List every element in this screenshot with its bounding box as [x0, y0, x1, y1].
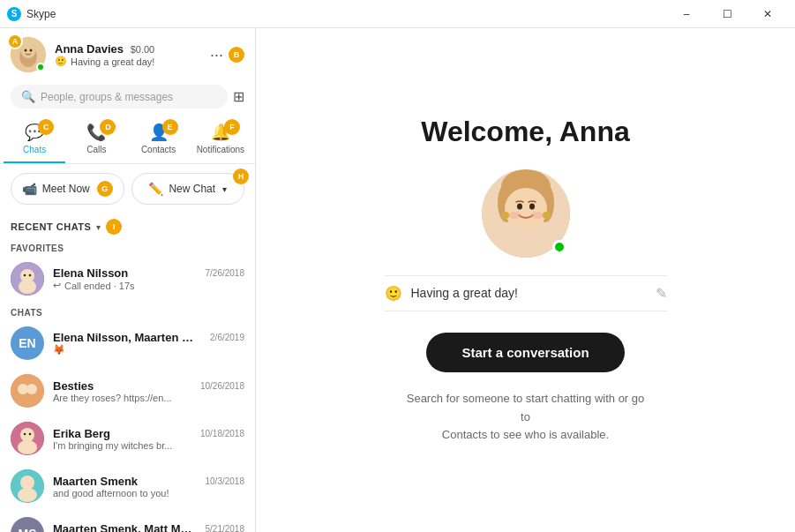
chat-date: 10/26/2018 [200, 381, 244, 391]
chat-date: 2/6/2019 [210, 333, 244, 342]
svg-point-9 [29, 274, 32, 277]
svg-point-19 [20, 476, 34, 490]
svg-point-29 [531, 212, 544, 219]
list-item[interactable]: MS Maarten Smenk, Matt Mill... 5/21/2018… [0, 510, 255, 532]
profile-left: A Anna Davies $0.00 🙂 Having a great day… [11, 37, 154, 72]
chat-preview: I'm bringing my witches br... [53, 440, 244, 451]
badge-a: A [7, 34, 23, 49]
avatar-face [11, 262, 44, 296]
close-button[interactable]: ✕ [747, 0, 788, 28]
titlebar-left: S Skype [7, 7, 56, 21]
grid-icon[interactable]: ⊞ [233, 88, 244, 105]
search-area: 🔍 ⊞ [0, 79, 255, 116]
svg-point-16 [24, 433, 26, 436]
chat-date: 5/21/2018 [206, 524, 245, 533]
welcome-title: Welcome, Anna [421, 116, 630, 148]
preview-icon: ↩ [53, 280, 61, 291]
titlebar-controls: – ☐ ✕ [666, 0, 788, 28]
favorites-label: FAVORITES [0, 238, 255, 255]
chat-name-row: Elena Nilsson 7/26/2018 [53, 266, 244, 280]
more-options-button[interactable]: ··· [210, 46, 223, 64]
svg-point-8 [24, 274, 26, 277]
chat-name: Maarten Smenk [53, 475, 138, 488]
search-input[interactable] [41, 91, 217, 103]
chat-name: Erika Berg [53, 427, 110, 440]
svg-point-28 [508, 212, 521, 219]
online-status-dot [36, 63, 45, 71]
chat-name: Besties [53, 379, 94, 393]
profile-avatar-wrapper[interactable]: A [11, 37, 46, 72]
list-item[interactable]: Elena Nilsson 7/26/2018 ↩ Call ended · 1… [0, 255, 255, 303]
chat-avatar [11, 374, 44, 408]
meet-now-button[interactable]: 📹 Meet Now G [11, 173, 124, 205]
profile-status: 🙂 Having a great day! [55, 56, 154, 67]
svg-point-14 [20, 428, 34, 442]
tab-chats[interactable]: C 💬 Chats [4, 116, 65, 163]
chat-info: Maarten Smenk 10/3/2018 and good afterno… [53, 475, 244, 498]
chat-name: Elena Nilsson, Maarten Sm... [53, 331, 194, 344]
chat-preview: ↩ Call ended · 17s [53, 280, 244, 291]
new-chat-icon: ✏️ [148, 182, 163, 196]
action-buttons: 📹 Meet Now G H ✏️ New Chat ▾ [0, 164, 255, 214]
chat-avatar [11, 262, 44, 296]
edit-status-icon[interactable]: ✎ [656, 285, 667, 302]
svg-point-4 [30, 49, 33, 52]
list-item[interactable]: Erika Berg 10/18/2018 I'm bringing my wi… [0, 415, 255, 462]
avatar-face [11, 422, 44, 455]
chat-list: FAVORITES Elena Nilsson 7/26/2018 [0, 238, 255, 532]
chat-preview: Are they roses? https://en... [53, 393, 244, 403]
group-avatar [11, 374, 44, 408]
meet-now-label: Meet Now [42, 183, 90, 195]
svg-point-7 [19, 280, 36, 294]
svg-point-30 [502, 212, 509, 219]
svg-point-20 [18, 488, 37, 502]
tab-contacts-label: Contacts [141, 145, 176, 154]
badge-c: C [38, 119, 54, 135]
chat-info: Erika Berg 10/18/2018 I'm bringing my wi… [53, 427, 244, 451]
start-conversation-button[interactable]: Start a conversation [426, 333, 624, 372]
tab-contacts[interactable]: E 👤 Contacts [128, 116, 190, 163]
tab-chats-label: Chats [23, 145, 46, 154]
recent-chats-chevron: ▾ [96, 222, 101, 232]
maximize-button[interactable]: ☐ [707, 0, 747, 28]
badge-e: E [162, 119, 178, 135]
badge-i: I [106, 219, 122, 235]
tab-notifications[interactable]: F 🔔 Notifications [190, 116, 251, 163]
svg-point-12 [26, 384, 37, 394]
badge-h: H [233, 169, 249, 184]
sidebar: A Anna Davies $0.00 🙂 Having a great day… [0, 28, 256, 532]
chat-info: Maarten Smenk, Matt Mill... 5/21/2018 Hi… [53, 522, 244, 533]
svg-point-17 [29, 433, 32, 436]
minimize-button[interactable]: – [666, 0, 707, 28]
chat-avatar [11, 422, 44, 455]
list-item[interactable]: Besties 10/26/2018 Are they roses? https… [0, 367, 255, 415]
tab-calls[interactable]: D 📞 Calls [65, 116, 127, 163]
avatar-face [11, 469, 44, 503]
chat-date: 7/26/2018 [206, 268, 245, 278]
status-bar-text: Having a great day! [411, 286, 647, 300]
chat-avatar [11, 469, 44, 503]
welcome-online-dot [552, 240, 566, 254]
svg-point-3 [25, 49, 27, 52]
chat-info: Besties 10/26/2018 Are they roses? https… [53, 379, 244, 403]
svg-point-25 [505, 188, 547, 230]
main-content: Welcome, Anna [256, 28, 795, 532]
svg-point-15 [18, 440, 37, 454]
badge-f: F [224, 119, 240, 135]
recent-chats-label: RECENT CHATS [11, 221, 91, 232]
status-bar: 🙂 Having a great day! ✎ [385, 275, 667, 311]
welcome-description: Search for someone to start chatting wit… [402, 390, 649, 445]
tab-notifications-label: Notifications [197, 145, 244, 154]
search-icon: 🔍 [21, 90, 35, 103]
new-chat-button[interactable]: H ✏️ New Chat ▾ [131, 173, 245, 205]
profile-info: Anna Davies $0.00 🙂 Having a great day! [55, 42, 154, 67]
meet-now-icon: 📹 [22, 182, 37, 196]
status-bar-emoji: 🙂 [385, 285, 402, 302]
chats-label: CHATS [0, 303, 255, 319]
app-title: Skype [26, 8, 56, 20]
search-wrap: 🔍 [11, 85, 228, 109]
list-item[interactable]: EN Elena Nilsson, Maarten Sm... 2/6/2019… [0, 319, 255, 367]
list-item[interactable]: Maarten Smenk 10/3/2018 and good afterno… [0, 462, 255, 510]
chat-info: Elena Nilsson 7/26/2018 ↩ Call ended · 1… [53, 266, 244, 291]
chat-date: 10/3/2018 [206, 476, 245, 486]
